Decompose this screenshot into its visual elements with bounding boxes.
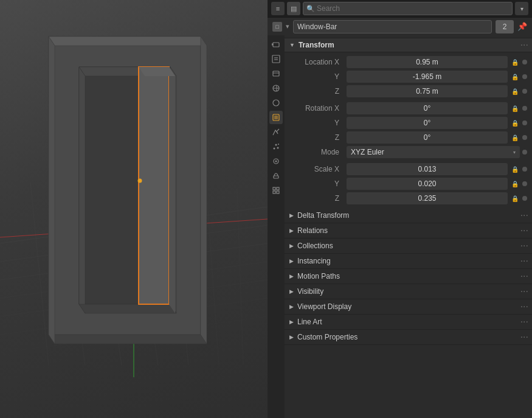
instancing-section[interactable]: ▶ Instancing ···: [285, 254, 532, 269]
line-art-section[interactable]: ▶ Line Art ···: [285, 315, 532, 330]
pin-icon[interactable]: 📌: [517, 22, 527, 31]
rotation-x-input[interactable]: 0°: [347, 102, 508, 114]
object-type-icon: □: [272, 22, 282, 32]
svg-point-43: [275, 144, 277, 146]
rotation-y-input[interactable]: 0°: [347, 117, 508, 129]
sidebar-item-view-layer[interactable]: [269, 67, 283, 80]
properties-panel: ≡ ▤ 🔍 ▾ □ ▾ 2 📌: [268, 0, 532, 418]
location-y-lock[interactable]: 🔒: [510, 72, 520, 82]
location-y-keyframe-dot[interactable]: [522, 74, 527, 79]
scale-z-keyframe-dot[interactable]: [522, 196, 527, 201]
svg-marker-18: [49, 37, 207, 46]
mode-keyframe-dot[interactable]: [522, 150, 527, 155]
rotation-x-keyframe-dot[interactable]: [522, 106, 527, 111]
svg-line-12: [207, 195, 219, 365]
viewport-display-arrow: ▶: [289, 304, 294, 310]
location-z-keyframe-dot[interactable]: [522, 89, 527, 94]
location-x-keyframe-dot[interactable]: [522, 60, 527, 64]
motion-paths-options[interactable]: ···: [520, 271, 528, 281]
rotation-z-lock[interactable]: 🔒: [510, 133, 520, 142]
sidebar-item-output[interactable]: [269, 52, 283, 66]
object-name-input[interactable]: [293, 20, 492, 33]
scale-x-input[interactable]: 0.013: [347, 163, 508, 175]
custom-properties-arrow: ▶: [289, 334, 294, 340]
svg-point-47: [275, 161, 277, 162]
rotation-x-lock[interactable]: 🔒: [510, 103, 520, 113]
transform-section-options[interactable]: ···: [520, 40, 528, 50]
object-type-chevron[interactable]: ▾: [286, 23, 289, 30]
svg-rect-26: [139, 67, 169, 304]
location-x-input[interactable]: 0.95 m: [347, 56, 508, 68]
sidebar-item-constraints[interactable]: [269, 169, 283, 183]
location-x-lock[interactable]: 🔒: [510, 57, 520, 67]
scale-x-keyframe-dot[interactable]: [522, 167, 527, 172]
rotation-mode-dropdown[interactable]: XYZ Euler ▾: [347, 146, 520, 158]
collections-options[interactable]: ···: [520, 241, 528, 251]
svg-point-30: [138, 179, 142, 183]
viewport-display-options[interactable]: ···: [520, 302, 528, 312]
location-y-label: Y: [289, 72, 344, 81]
sidebar-item-data[interactable]: [269, 184, 283, 197]
scale-z-input[interactable]: 0.235: [347, 192, 508, 204]
rotation-z-input[interactable]: 0°: [347, 131, 508, 144]
sidebar-item-physics[interactable]: [269, 155, 283, 168]
scale-y-keyframe-dot[interactable]: [522, 181, 527, 186]
scale-y-lock[interactable]: 🔒: [510, 179, 520, 189]
menu-button[interactable]: ≡: [271, 2, 285, 15]
rotation-z-keyframe-dot[interactable]: [522, 135, 527, 140]
viewport-display-section[interactable]: ▶ Viewport Display ···: [285, 299, 532, 315]
relations-options[interactable]: ···: [520, 226, 528, 235]
panel-options-button[interactable]: ▾: [515, 2, 528, 15]
editor-type-button[interactable]: ▤: [287, 2, 300, 15]
instancing-title: Instancing: [297, 257, 331, 265]
sidebar-item-modifier[interactable]: [269, 125, 283, 139]
location-z-input[interactable]: 0.75 m: [347, 85, 508, 97]
transform-section-title: Transform: [299, 41, 334, 49]
instancing-options[interactable]: ···: [520, 256, 528, 266]
rotation-mode-row: Mode XYZ Euler ▾: [285, 145, 532, 159]
sidebar-item-world[interactable]: [269, 96, 283, 110]
properties-scroll-area[interactable]: ▼ Transform ··· Location X 0.95 m 🔒 Y: [285, 35, 532, 418]
custom-properties-section[interactable]: ▶ Custom Properties ···: [285, 330, 532, 345]
rotation-y-lock[interactable]: 🔒: [510, 118, 520, 128]
delta-transform-title: Delta Transform: [297, 211, 349, 220]
location-y-input[interactable]: -1.965 m: [347, 71, 508, 83]
custom-properties-options[interactable]: ···: [520, 332, 528, 342]
visibility-options[interactable]: ···: [520, 287, 528, 296]
rotation-z-label: Z: [289, 133, 344, 142]
location-x-label: Location X: [289, 58, 344, 66]
scale-y-input[interactable]: 0.020: [347, 178, 508, 190]
transform-section-header[interactable]: ▼ Transform ···: [285, 38, 532, 52]
visibility-section[interactable]: ▶ Visibility ···: [285, 284, 532, 299]
scale-x-lock[interactable]: 🔒: [510, 164, 520, 174]
line-art-options[interactable]: ···: [520, 317, 528, 327]
sidebar-item-render[interactable]: [269, 38, 283, 51]
svg-marker-19: [49, 335, 207, 344]
svg-line-7: [30, 183, 49, 365]
3d-viewport[interactable]: [0, 0, 268, 418]
scale-z-label: Z: [289, 194, 344, 203]
svg-rect-49: [273, 187, 275, 190]
delta-transform-options[interactable]: ···: [520, 211, 528, 220]
mode-label: Mode: [289, 148, 344, 156]
collections-section[interactable]: ▶ Collections ···: [285, 239, 532, 254]
transform-arrow-icon: ▼: [289, 42, 295, 48]
sidebar-item-particles[interactable]: [269, 140, 283, 153]
relations-section[interactable]: ▶ Relations ···: [285, 223, 532, 239]
svg-marker-23: [79, 67, 85, 313]
search-input[interactable]: [303, 2, 513, 15]
motion-paths-section[interactable]: ▶ Motion Paths ···: [285, 269, 532, 284]
svg-marker-28: [169, 67, 175, 313]
scale-z-row: Z 0.235 🔒: [285, 191, 532, 206]
scale-z-lock[interactable]: 🔒: [510, 193, 520, 203]
dropdown-arrow-icon: ▾: [513, 150, 516, 155]
sidebar-item-object-properties[interactable]: [269, 111, 283, 124]
location-z-lock[interactable]: 🔒: [510, 86, 520, 96]
object-count-badge: 2: [496, 20, 514, 33]
scale-x-label: Scale X: [289, 165, 344, 173]
rotation-y-keyframe-dot[interactable]: [522, 120, 527, 125]
panel-header: ≡ ▤ 🔍 ▾: [268, 0, 532, 17]
sidebar-item-scene[interactable]: [269, 82, 283, 95]
svg-point-45: [278, 144, 279, 145]
delta-transform-section[interactable]: ▶ Delta Transform ···: [285, 208, 532, 223]
